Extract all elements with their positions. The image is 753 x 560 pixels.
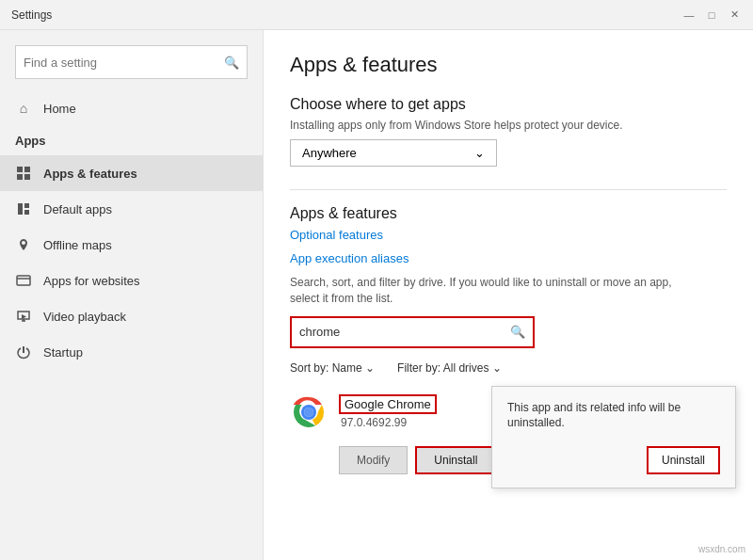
filter-label[interactable]: Filter by: All drives ⌄ [397, 361, 502, 375]
video-playback-icon [15, 308, 32, 325]
svg-rect-0 [17, 167, 23, 172]
title-bar-controls: — □ ✕ [681, 8, 742, 23]
dropdown-value: Anywhere [302, 146, 357, 160]
watermark: wsxdn.com [698, 544, 745, 554]
uninstall-button[interactable]: Uninstall [415, 446, 496, 474]
choose-section-title: Choose where to get apps [290, 96, 727, 113]
app-execution-aliases-link[interactable]: App execution aliases [290, 251, 727, 265]
app-list-area: Google Chrome 97.0.4692.99 This app and … [290, 386, 727, 474]
svg-rect-3 [24, 174, 30, 180]
sidebar-item-video-playback[interactable]: Video playback [0, 298, 263, 334]
startup-icon [15, 344, 32, 360]
app-name-container: Google Chrome [339, 394, 437, 414]
title-bar: Settings — □ ✕ [0, 0, 753, 30]
apps-features-icon [15, 165, 32, 182]
sidebar-apps-websites-label: Apps for websites [43, 274, 140, 288]
svg-point-12 [304, 408, 313, 417]
search-description: Search, sort, and filter by drive. If yo… [290, 275, 685, 307]
close-button[interactable]: ✕ [727, 8, 742, 23]
sidebar-search-input[interactable] [24, 56, 224, 70]
svg-rect-7 [17, 276, 30, 285]
sidebar-item-apps-websites[interactable]: Apps for websites [0, 263, 263, 298]
sort-label[interactable]: Sort by: Name ⌄ [290, 361, 375, 375]
apps-websites-icon [15, 272, 32, 289]
app-search-box[interactable]: 🔍 [290, 316, 535, 348]
sidebar-default-apps-label: Default apps [43, 202, 112, 216]
sidebar-item-home[interactable]: ⌂ Home [0, 90, 263, 126]
sidebar-search-icon: 🔍 [224, 56, 239, 70]
sidebar: 🔍 ⌂ Home Apps Apps & features [0, 30, 264, 560]
sidebar-apps-features-label: Apps & features [43, 167, 137, 181]
popup-tooltip-text: This app and its related info will be un… [507, 400, 720, 432]
svg-rect-6 [24, 210, 29, 215]
svg-rect-1 [24, 167, 30, 172]
title-bar-title: Settings [11, 8, 681, 22]
optional-features-link[interactable]: Optional features [290, 228, 727, 242]
main-content: Apps & features Choose where to get apps… [264, 30, 753, 560]
app-info: Google Chrome 97.0.4692.99 [339, 394, 437, 429]
popup-uninstall-button[interactable]: Uninstall [647, 446, 720, 474]
maximize-button[interactable]: □ [704, 8, 719, 23]
svg-rect-4 [18, 203, 23, 215]
sidebar-item-offline-maps[interactable]: Offline maps [0, 227, 263, 263]
svg-rect-2 [17, 174, 23, 180]
app-list-item: Google Chrome 97.0.4692.99 This app and … [290, 386, 727, 439]
filter-chevron-icon: ⌄ [492, 361, 502, 375]
choose-helper-text: Installing apps only from Windows Store … [290, 119, 727, 132]
sidebar-startup-label: Startup [43, 345, 83, 360]
app-search-input[interactable] [299, 325, 510, 339]
chrome-app-icon [290, 393, 328, 431]
anywhere-dropdown[interactable]: Anywhere ⌄ [290, 139, 497, 167]
svg-rect-5 [24, 203, 29, 208]
sidebar-section-title: Apps [0, 130, 263, 155]
sidebar-home-label: Home [43, 102, 76, 116]
app-name: Google Chrome [339, 394, 437, 414]
default-apps-icon [15, 200, 32, 217]
app-container: 🔍 ⌂ Home Apps Apps & features [0, 30, 753, 560]
sidebar-search-box[interactable]: 🔍 [15, 45, 248, 79]
popup-tooltip: This app and its related info will be un… [491, 386, 736, 489]
apps-section-title: Apps & features [290, 205, 727, 222]
minimize-button[interactable]: — [681, 8, 697, 23]
sidebar-item-default-apps[interactable]: Default apps [0, 191, 263, 227]
sidebar-offline-maps-label: Offline maps [43, 238, 112, 252]
offline-maps-icon [15, 236, 32, 253]
sort-filter-row: Sort by: Name ⌄ Filter by: All drives ⌄ [290, 361, 727, 375]
modify-button[interactable]: Modify [339, 446, 408, 474]
dropdown-chevron-icon: ⌄ [474, 146, 485, 160]
sort-chevron-icon: ⌄ [365, 361, 375, 375]
app-search-icon: 🔍 [510, 325, 525, 339]
page-title: Apps & features [290, 53, 727, 77]
sidebar-video-playback-label: Video playback [43, 310, 126, 324]
sidebar-item-startup[interactable]: Startup [0, 334, 263, 370]
sidebar-item-apps-features[interactable]: Apps & features [0, 155, 263, 191]
section-divider [290, 189, 727, 190]
home-icon: ⌂ [15, 100, 32, 117]
app-version: 97.0.4692.99 [339, 416, 437, 429]
